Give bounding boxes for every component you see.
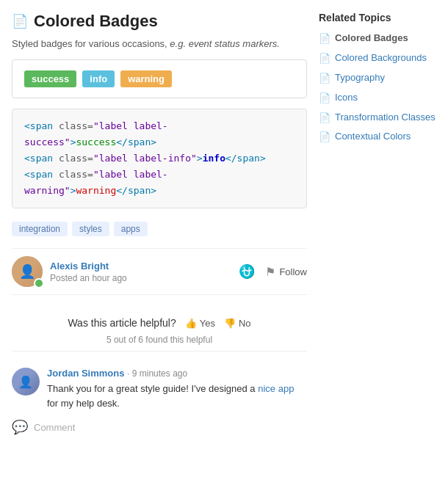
sidebar-item-contextual-colors: 📄 Contextual Colors	[319, 131, 436, 143]
sidebar-doc-icon-1: 📄	[319, 33, 330, 44]
sidebar-item-typography: 📄 Typography	[319, 72, 436, 84]
badge-warning: warning	[120, 70, 172, 87]
commenter-avatar: 👤	[12, 368, 40, 396]
author-info: Alexis Bright Posted an hour ago	[50, 261, 127, 283]
comment-input-row: 💬 Comment	[12, 419, 307, 435]
helpful-count: 5 out of 6 found this helpful	[12, 335, 307, 345]
comment-link[interactable]: nice app	[258, 383, 294, 394]
thumbs-up-icon: 👍	[185, 318, 197, 329]
sidebar-link-colored-backgrounds[interactable]: Colored Backgrounds	[335, 52, 427, 65]
sidebar: Related Topics 📄 Colored Badges 📄 Colore…	[319, 12, 436, 435]
comment-placeholder[interactable]: Comment	[34, 422, 75, 433]
tags-row: integration styles apps	[12, 222, 307, 236]
badge-info: info	[82, 70, 115, 87]
commenter-name[interactable]: Jordan Simmons	[47, 368, 124, 379]
sidebar-item-icons: 📄 Icons	[319, 92, 436, 104]
share-icon[interactable]: ⛎	[239, 263, 255, 280]
code-line-2: <span class="label label-info">info</spa…	[24, 150, 295, 167]
comment-body: Jordan Simmons · 9 minutes ago Thank you…	[47, 368, 307, 410]
code-block: <span class="label label-success">succes…	[12, 109, 307, 208]
author-row: 👤 Alexis Bright Posted an hour ago ⛎ ⚑ F…	[12, 248, 307, 295]
code-line-3: <span class="label label-warning">warnin…	[24, 167, 295, 199]
avatar: 👤	[12, 256, 43, 287]
comment-text: Thank you for a great style guide! I've …	[47, 382, 307, 410]
thumbs-down-icon: 👎	[224, 318, 236, 329]
flag-icon: ⚑	[265, 265, 275, 279]
sidebar-link-icons[interactable]: Icons	[335, 92, 358, 104]
tag-integration[interactable]: integration	[12, 222, 68, 236]
sidebar-item-transformation-classes: 📄 Transformation Classes	[319, 112, 436, 124]
sidebar-doc-icon-4: 📄	[319, 92, 330, 103]
author-name[interactable]: Alexis Bright	[50, 261, 127, 272]
comment-meta: Jordan Simmons · 9 minutes ago	[47, 368, 307, 379]
sidebar-doc-icon-5: 📄	[319, 112, 330, 123]
helpful-question: Was this article helpful?	[68, 317, 176, 329]
main-content: 📄 Colored Badges Styled badges for vario…	[12, 12, 307, 435]
sidebar-link-typography[interactable]: Typography	[335, 72, 385, 84]
code-line-1: <span class="label label-success">succes…	[24, 118, 295, 150]
avatar-online-badge	[34, 278, 44, 288]
sidebar-doc-icon-2: 📄	[319, 53, 330, 64]
yes-button[interactable]: 👍 Yes	[185, 318, 215, 329]
no-button[interactable]: 👎 No	[224, 318, 251, 329]
sidebar-link-colored-badges[interactable]: Colored Badges	[335, 32, 408, 45]
document-icon: 📄	[12, 13, 28, 29]
author-actions: ⛎ ⚑ Follow	[239, 263, 307, 280]
page-title: Colored Badges	[34, 12, 158, 31]
tag-apps[interactable]: apps	[114, 222, 148, 236]
follow-button[interactable]: ⚑ Follow	[265, 265, 307, 279]
tag-styles[interactable]: styles	[72, 222, 109, 236]
page-subtitle: Styled badges for various occasions, e.g…	[12, 38, 307, 49]
comment-bubble-icon: 💬	[12, 419, 28, 435]
sidebar-items-list: 📄 Colored Badges 📄 Colored Backgrounds 📄…	[319, 32, 436, 143]
sidebar-item-colored-badges: 📄 Colored Badges	[319, 32, 436, 45]
sidebar-link-transformation-classes[interactable]: Transformation Classes	[335, 112, 436, 124]
sidebar-title: Related Topics	[319, 12, 436, 23]
helpful-row: Was this article helpful? 👍 Yes 👎 No	[12, 317, 307, 329]
sidebar-doc-icon-6: 📄	[319, 131, 330, 142]
badge-success: success	[24, 70, 76, 87]
comment-time: · 9 minutes ago	[127, 368, 187, 379]
author-time: Posted an hour ago	[50, 273, 127, 283]
comment-section: 👤 Jordan Simmons · 9 minutes ago Thank y…	[12, 362, 307, 435]
sidebar-item-colored-backgrounds: 📄 Colored Backgrounds	[319, 52, 436, 65]
sidebar-link-contextual-colors[interactable]: Contextual Colors	[335, 131, 411, 143]
author-left: 👤 Alexis Bright Posted an hour ago	[12, 256, 127, 287]
badge-demo-box: success info warning	[12, 59, 307, 98]
page-title-row: 📄 Colored Badges	[12, 12, 307, 31]
sidebar-doc-icon-3: 📄	[319, 73, 330, 84]
comment-item: 👤 Jordan Simmons · 9 minutes ago Thank y…	[12, 368, 307, 410]
helpful-section: Was this article helpful? 👍 Yes 👎 No 5 o…	[12, 307, 307, 352]
